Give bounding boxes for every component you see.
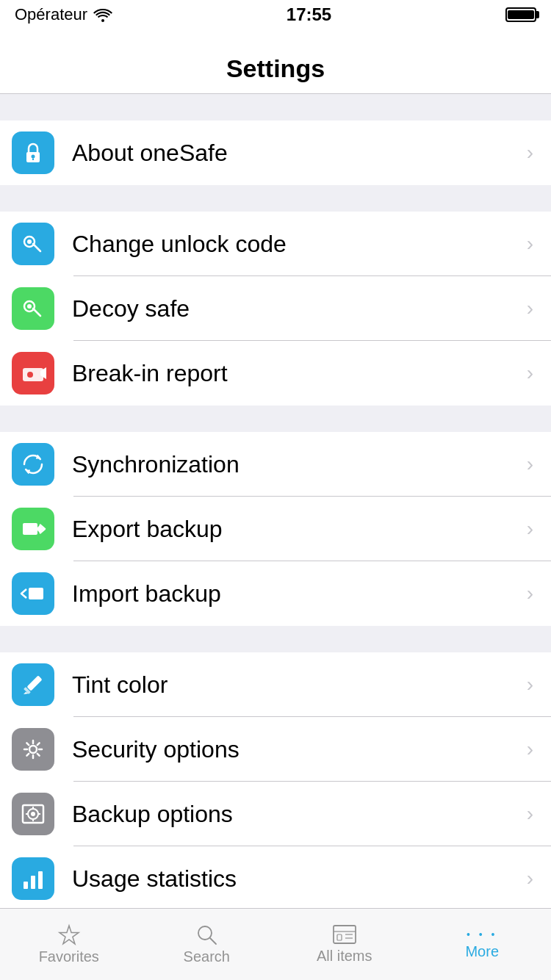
page-title: Settings	[226, 54, 325, 83]
tab-bar: Favorites Search All items • • • More	[0, 908, 551, 980]
row-decoy-safe[interactable]: Decoy safe ›	[0, 276, 551, 341]
row-usage-stats[interactable]: Usage statistics ›	[0, 846, 551, 908]
section-gap-3	[0, 626, 551, 652]
svg-point-11	[27, 372, 33, 378]
star-icon	[57, 923, 81, 945]
usage-stats-chevron: ›	[527, 867, 533, 890]
tab-search-label: Search	[184, 948, 230, 965]
carrier-label: Opérateur	[15, 5, 87, 24]
lock-icon	[20, 140, 46, 166]
section-backup: Synchronization › Export backup ›	[0, 432, 551, 626]
unlock-code-label: Change unlock code	[72, 231, 519, 258]
row-tint[interactable]: Tint color ›	[0, 652, 551, 717]
more-dots-icon: • • •	[467, 929, 497, 940]
unlock-code-icon	[12, 223, 54, 265]
svg-rect-17	[26, 675, 42, 691]
row-about[interactable]: About oneSafe ›	[0, 120, 551, 185]
svg-point-20	[29, 746, 37, 753]
export-chevron: ›	[527, 517, 533, 541]
sync-arrows-icon	[20, 451, 46, 478]
settings-content: About oneSafe › Change unlock code ›	[0, 94, 551, 908]
camera-icon	[20, 360, 46, 386]
security-options-chevron: ›	[527, 738, 533, 761]
row-export[interactable]: Export backup ›	[0, 497, 551, 561]
tab-more[interactable]: • • • More	[414, 909, 552, 980]
tab-favorites[interactable]: Favorites	[0, 909, 138, 980]
about-chevron: ›	[527, 141, 533, 165]
row-backup-options[interactable]: Backup options ›	[0, 782, 551, 846]
break-in-icon	[12, 352, 54, 394]
tab-search[interactable]: Search	[138, 909, 276, 980]
row-unlock-code[interactable]: Change unlock code ›	[0, 212, 551, 276]
tint-chevron: ›	[527, 673, 533, 696]
security-options-label: Security options	[72, 736, 519, 763]
sync-icon	[12, 443, 54, 486]
status-bar-right	[505, 7, 536, 22]
search-icon	[195, 923, 217, 945]
decoy-safe-chevron: ›	[527, 297, 533, 320]
svg-rect-30	[38, 871, 43, 889]
section-about: About oneSafe ›	[0, 120, 551, 185]
tab-more-label: More	[465, 943, 499, 960]
pencil-icon	[20, 671, 46, 698]
status-bar-left: Opérateur	[15, 5, 112, 24]
security-options-icon	[12, 728, 54, 771]
svg-point-31	[198, 926, 212, 940]
svg-point-0	[101, 19, 104, 22]
usage-stats-icon	[12, 857, 54, 900]
import-chevron: ›	[527, 582, 533, 605]
about-label: About oneSafe	[72, 140, 519, 167]
section-gap-1	[0, 185, 551, 212]
svg-rect-29	[31, 876, 35, 889]
section-options: Tint color › Security options ›	[0, 652, 551, 908]
decoy-safe-label: Decoy safe	[72, 295, 519, 323]
svg-point-7	[27, 304, 32, 309]
svg-point-23	[31, 812, 35, 816]
tab-all-items[interactable]: All items	[276, 909, 414, 980]
chart-icon	[20, 865, 46, 892]
import-arrow-icon	[20, 580, 46, 607]
export-arrow-icon	[20, 516, 46, 542]
import-icon	[12, 572, 54, 615]
status-bar: Opérateur 17:55	[0, 0, 551, 29]
row-import[interactable]: Import backup ›	[0, 561, 551, 626]
section-gap-2	[0, 406, 551, 432]
usage-stats-label: Usage statistics	[72, 865, 519, 893]
backup-options-icon	[12, 793, 54, 835]
svg-rect-16	[29, 588, 43, 599]
svg-point-2	[32, 155, 35, 159]
svg-line-32	[210, 938, 216, 944]
wifi-icon	[93, 7, 112, 22]
status-bar-time: 17:55	[287, 4, 331, 25]
tint-icon	[12, 663, 54, 706]
backup-options-chevron: ›	[527, 802, 533, 826]
unlock-code-chevron: ›	[527, 232, 533, 256]
vault-icon	[20, 801, 46, 827]
tab-favorites-label: Favorites	[39, 948, 99, 965]
break-in-label: Break-in report	[72, 360, 519, 387]
sync-chevron: ›	[527, 453, 533, 476]
tab-all-items-label: All items	[317, 948, 372, 965]
about-icon	[12, 131, 54, 174]
row-security-options[interactable]: Security options ›	[0, 717, 551, 782]
sync-label: Synchronization	[72, 451, 519, 478]
key-green-icon	[20, 295, 46, 322]
svg-point-5	[27, 239, 32, 244]
gear-icon	[20, 736, 46, 763]
allitems-icon	[332, 924, 357, 945]
row-break-in[interactable]: Break-in report ›	[0, 341, 551, 406]
svg-rect-28	[24, 882, 28, 889]
svg-rect-35	[337, 934, 342, 940]
nav-bar: Settings	[0, 29, 551, 94]
battery-icon	[505, 7, 536, 22]
backup-options-label: Backup options	[72, 801, 519, 828]
export-icon	[12, 508, 54, 550]
row-sync[interactable]: Synchronization ›	[0, 432, 551, 497]
tint-label: Tint color	[72, 671, 519, 699]
svg-rect-12	[23, 523, 37, 535]
decoy-safe-icon	[12, 287, 54, 330]
section-security: Change unlock code › Decoy safe ›	[0, 212, 551, 406]
export-label: Export backup	[72, 516, 519, 543]
import-label: Import backup	[72, 580, 519, 608]
key-blue-icon	[20, 231, 46, 257]
